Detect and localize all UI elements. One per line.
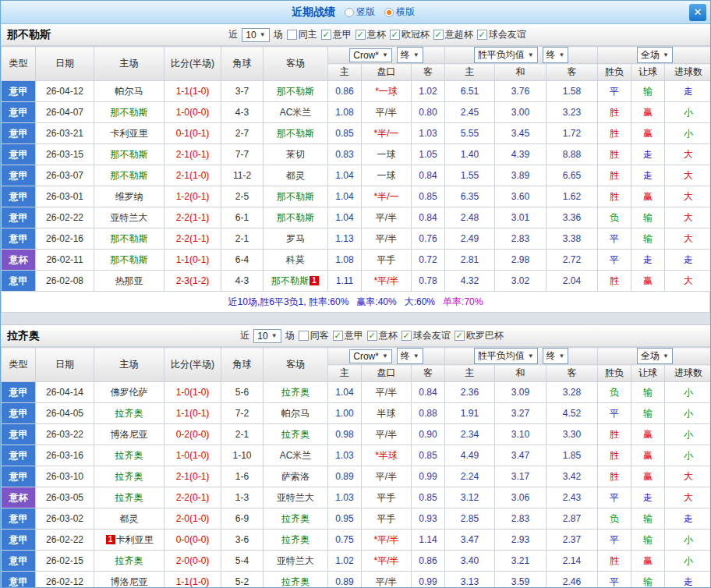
league-type: 意甲 <box>2 81 36 102</box>
odds-company-header: Crow*▼ 终▼ <box>328 348 445 365</box>
scope-header: 全场▼ <box>598 348 711 365</box>
score: 1-1(1-0) <box>164 81 221 102</box>
result-wdl: 胜 <box>598 445 631 466</box>
col-corner: 角球 <box>221 47 264 81</box>
away-team: 都灵 <box>264 165 328 186</box>
handicap-line: 一球 <box>362 144 412 165</box>
same-home-label: 同主 <box>299 28 317 41</box>
radio-horizontal-layout[interactable]: 横版 <box>384 5 415 19</box>
away-team: 萨索洛 <box>264 466 328 487</box>
home-team: 博洛尼亚 <box>94 572 164 588</box>
league-filter-checkbox[interactable]: ✓欧罗巴杯 <box>455 329 504 342</box>
result-wdl: 平 <box>598 403 631 424</box>
corner-score: 1-10 <box>221 445 264 466</box>
window-titlebar: 近期战绩 竖版 横版 ✕ <box>1 1 710 24</box>
league-filter-checkbox[interactable]: ✓意超杯 <box>433 28 473 41</box>
odds-company-select[interactable]: Crow*▼ <box>349 349 392 363</box>
home-team: 都灵 <box>94 508 164 530</box>
league-filter-label: 欧冠杯 <box>401 28 430 41</box>
league-filter-checkbox[interactable]: ✓球会友谊 <box>477 28 526 41</box>
match-date: 26-02-12 <box>36 572 94 588</box>
avg-odds-away: 2.14 <box>547 551 598 572</box>
avg-odds-away: 3.36 <box>547 207 598 228</box>
league-filter-checkbox[interactable]: ✓意甲 <box>333 329 363 342</box>
odds-home: 1.13 <box>328 228 362 250</box>
result-wdl: 平 <box>598 572 631 588</box>
match-count-select[interactable]: 10▼ <box>253 329 281 343</box>
result-goals: 小 <box>665 382 711 403</box>
corner-score: 3-7 <box>221 81 264 102</box>
avg-odds-away: 4.52 <box>547 403 598 424</box>
avg-odds-draw: 3.76 <box>495 81 547 102</box>
result-wdl: 平 <box>598 228 631 250</box>
score: 2-2(1-1) <box>164 207 221 228</box>
same-home-checkbox[interactable]: 同主 <box>287 28 317 41</box>
avg-odds-header: 胜平负均值▼ 终▼ <box>445 47 598 64</box>
league-filter-label: 意甲 <box>333 28 352 41</box>
odds-company-select[interactable]: Crow*▼ <box>349 48 392 62</box>
close-button[interactable]: ✕ <box>689 4 706 21</box>
avg-stage-select[interactable]: 终▼ <box>543 348 569 364</box>
handicap-line: 平/半 <box>362 228 412 250</box>
avg-odds-select[interactable]: 胜平负均值▼ <box>474 348 538 364</box>
checkbox-checked-icon: ✓ <box>433 30 444 40</box>
same-away-checkbox[interactable]: 同客 <box>299 329 329 342</box>
odds-stage-select[interactable]: 终▼ <box>397 348 423 364</box>
league-filter-checkbox[interactable]: ✓欧冠杯 <box>390 28 430 41</box>
result-goals: 大 <box>665 165 711 186</box>
corner-score: 4-3 <box>221 102 264 123</box>
home-team: 拉齐奥 <box>94 445 164 466</box>
odds-away: 0.99 <box>412 572 445 588</box>
home-team: 卡利亚里 <box>94 123 164 144</box>
handicap-line: 平/半 <box>362 424 412 445</box>
odds-home: 1.00 <box>328 403 362 424</box>
league-type: 意甲 <box>2 271 36 292</box>
odds-home: 1.04 <box>328 165 362 186</box>
chevron-down-icon: ▼ <box>382 352 388 360</box>
col-avg-home: 主 <box>445 64 495 81</box>
odds-home: 1.11 <box>328 271 362 292</box>
result-goals: 小 <box>665 530 711 551</box>
result-wdl: 平 <box>598 530 631 551</box>
scope-select[interactable]: 全场▼ <box>637 47 673 63</box>
avg-odds-away: 3.28 <box>547 382 598 403</box>
league-type: 意甲 <box>2 466 36 487</box>
avg-stage-select[interactable]: 终▼ <box>543 47 569 63</box>
home-team: 拉齐奥 <box>94 403 164 424</box>
league-filter-checkbox[interactable]: ✓意杯 <box>367 329 398 342</box>
result-wdl: 平 <box>598 250 631 271</box>
result-wdl: 胜 <box>598 424 631 445</box>
avg-odds-away: 2.04 <box>547 271 598 292</box>
checkbox-checked-icon: ✓ <box>455 331 465 341</box>
handicap-line: *半/一 <box>362 123 412 144</box>
recent-results-window: 近期战绩 竖版 横版 ✕ 那不勒斯 近 10▼ 场 同主 ✓意甲✓意杯✓欧冠杯✓… <box>0 0 711 588</box>
scope-select[interactable]: 全场▼ <box>637 348 673 364</box>
result-goals: 小 <box>665 123 711 144</box>
away-team: 科莫 <box>264 250 328 271</box>
odds-stage-select[interactable]: 终▼ <box>397 47 423 63</box>
avg-odds-away: 6.65 <box>547 165 598 186</box>
match-row: 意甲26-02-15拉齐奥2-0(0-0)5-4亚特兰大1.02*平/半0.86… <box>2 551 711 572</box>
avg-odds-home: 4.49 <box>445 445 495 466</box>
away-team: 拉齐奥 <box>264 530 328 551</box>
match-date: 26-02-22 <box>36 207 94 228</box>
result-handicap: 输 <box>631 382 665 403</box>
result-handicap: 输 <box>631 403 665 424</box>
league-filter-label: 球会友谊 <box>489 28 526 41</box>
league-filter-checkbox[interactable]: ✓球会友谊 <box>401 329 451 342</box>
league-filter-checkbox[interactable]: ✓意杯 <box>356 28 386 41</box>
checkbox-checked-icon: ✓ <box>321 30 331 40</box>
league-filter-checkbox[interactable]: ✓意甲 <box>321 28 352 41</box>
match-date: 26-04-14 <box>36 382 94 403</box>
away-team: 那不勒斯 <box>264 207 328 228</box>
odds-away: 0.85 <box>412 487 445 508</box>
match-count-select[interactable]: 10▼ <box>242 28 269 42</box>
match-row: 意甲26-03-10拉齐奥2-1(0-1)1-6萨索洛0.89平/半0.992.… <box>2 466 711 487</box>
odds-home: 0.85 <box>328 123 362 144</box>
radio-vertical-layout[interactable]: 竖版 <box>345 5 375 19</box>
away-team: 帕尔马 <box>264 403 328 424</box>
lazio-table-body: 意甲26-04-14佛罗伦萨1-0(1-0)5-6拉齐奥1.04平/半0.842… <box>2 382 711 588</box>
col-avg-draw: 和 <box>495 365 547 382</box>
avg-odds-select[interactable]: 胜平负均值▼ <box>474 47 538 63</box>
avg-odds-home: 2.85 <box>445 508 495 530</box>
